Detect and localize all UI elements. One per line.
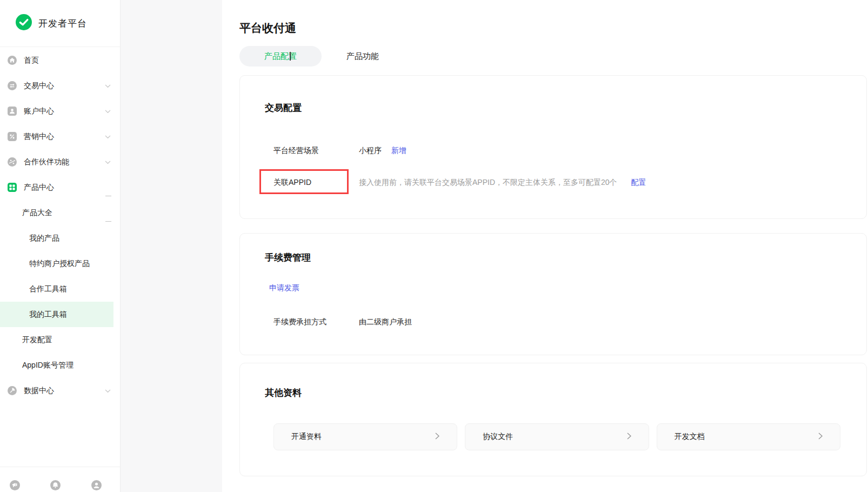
card-open-info[interactable]: 开通资料 (273, 423, 457, 450)
sidebar-item-product-catalog[interactable]: 产品大全 (0, 200, 120, 225)
data-icon (8, 386, 17, 395)
sidebar-item-label: 特约商户授权产品 (29, 259, 90, 269)
card-agreement-files[interactable]: 协议文件 (465, 423, 649, 450)
sidebar-item-data-center[interactable]: 数据中心 (0, 378, 120, 403)
page-title: 平台收付通 (239, 0, 868, 36)
row-platform-scene: 平台经营场景 小程序 新增 (273, 145, 866, 156)
platform-title: 开发者平台 (38, 17, 87, 30)
sidebar-item-label: 产品中心 (24, 183, 54, 192)
sidebar-item-partner-functions[interactable]: 合作伙伴功能 (0, 149, 120, 175)
sidebar-item-label: 合作伙伴功能 (24, 157, 69, 167)
sidebar-item-partner-toolbox[interactable]: 合作工具箱 (0, 276, 120, 302)
sidebar-item-dev-config[interactable]: 开发配置 (0, 327, 120, 353)
sidebar-item-label: 营销中心 (24, 132, 54, 142)
chevron-down-icon (105, 161, 111, 164)
home-icon (8, 56, 17, 65)
card-label: 开通资料 (291, 432, 322, 442)
sidebar-item-label: 交易中心 (24, 81, 54, 91)
sidebar-item-authorized-products[interactable]: 特约商户授权产品 (0, 251, 120, 276)
sidebar-logo-row: 开发者平台 (0, 0, 120, 47)
section-other-info: 其他资料 开通资料 协议文件 开发文档 (239, 363, 867, 476)
sidebar-item-label: 产品大全 (22, 208, 52, 218)
row-label: 平台经营场景 (273, 145, 359, 156)
row-value: 小程序 (359, 145, 382, 156)
minus-icon (105, 221, 111, 222)
tab-product-config[interactable]: 产品配置 (239, 46, 322, 67)
sidebar-nav: 首页 交易中心 账户中心 营销中心 合 (0, 47, 120, 403)
sidebar-item-label: 我的工具箱 (29, 310, 67, 320)
product-grid-icon (8, 183, 17, 192)
transaction-icon (8, 81, 17, 90)
sidebar-item-label: 我的产品 (29, 234, 59, 243)
sidebar-footer (0, 467, 120, 492)
sidebar-item-transaction-center[interactable]: 交易中心 (0, 73, 120, 98)
account-icon (8, 107, 17, 116)
bell-icon (50, 480, 61, 490)
chevron-down-icon (105, 84, 111, 88)
row-linked-appid: 关联APPID 接入使用前，请关联平台交易场景APPID，不限定主体关系，至多可… (273, 177, 866, 188)
sidebar: 开发者平台 首页 交易中心 账户中心 营销中心 (0, 0, 121, 492)
section-title: 交易配置 (265, 103, 866, 114)
profile-button[interactable] (91, 480, 102, 490)
wechat-logo-icon (16, 14, 32, 32)
partner-icon (8, 157, 17, 167)
chevron-right-icon (435, 433, 439, 441)
section-title: 其他资料 (265, 388, 866, 398)
card-dev-docs[interactable]: 开发文档 (657, 423, 840, 450)
row-value: 由二级商户承担 (359, 316, 412, 327)
chevron-down-icon (105, 389, 111, 393)
tab-product-features[interactable]: 产品功能 (346, 51, 379, 62)
chevron-right-icon (627, 433, 631, 441)
sidebar-item-home[interactable]: 首页 (0, 48, 120, 73)
sidebar-item-my-toolbox[interactable]: 我的工具箱 (0, 302, 113, 327)
marketing-icon (8, 132, 17, 141)
apply-invoice-link[interactable]: 申请发票 (269, 282, 299, 293)
text-caret (290, 52, 291, 61)
row-label: 关联APPID (273, 177, 359, 188)
tab-bar: 产品配置 产品功能 (239, 46, 868, 67)
sidebar-item-label: AppID账号管理 (22, 361, 74, 370)
user-icon (91, 480, 102, 490)
card-label: 开发文档 (675, 432, 705, 442)
section-trade-config: 交易配置 平台经营场景 小程序 新增 关联APPID 接入使用前，请关联平台交易… (239, 75, 867, 219)
chevron-down-icon (105, 110, 111, 114)
sidebar-item-label: 账户中心 (24, 107, 54, 116)
sidebar-item-marketing-center[interactable]: 营销中心 (0, 124, 120, 149)
sidebar-item-label: 首页 (24, 56, 39, 65)
row-fee-bearer: 手续费承担方式 由二级商户承担 (273, 316, 866, 327)
sidebar-item-label: 数据中心 (24, 386, 54, 396)
configure-link[interactable]: 配置 (631, 177, 646, 188)
row-label: 手续费承担方式 (273, 316, 359, 327)
secondary-panel (121, 0, 222, 492)
add-link[interactable]: 新增 (391, 145, 406, 156)
sidebar-item-appid-management[interactable]: AppID账号管理 (0, 353, 120, 378)
row-description: 接入使用前，请关联平台交易场景APPID，不限定主体关系，至多可配置20个 (359, 177, 617, 188)
section-fee-management: 手续费管理 申请发票 手续费承担方式 由二级商户承担 (239, 233, 867, 355)
sidebar-item-product-center[interactable]: 产品中心 (0, 175, 120, 200)
chevron-right-icon (818, 433, 823, 441)
notification-button[interactable] (50, 480, 61, 490)
section-title: 手续费管理 (265, 252, 866, 263)
minus-icon (105, 196, 111, 196)
sidebar-item-label: 开发配置 (22, 335, 52, 345)
card-label: 协议文件 (483, 432, 513, 442)
sidebar-item-my-products[interactable]: 我的产品 (0, 225, 120, 251)
sidebar-item-label: 合作工具箱 (29, 284, 67, 294)
megaphone-icon (10, 480, 20, 490)
main-content: 平台收付通 产品配置 产品功能 交易配置 平台经营场景 小程序 新增 关联APP… (222, 0, 868, 492)
sidebar-item-account-center[interactable]: 账户中心 (0, 98, 120, 124)
announcement-button[interactable] (10, 480, 20, 490)
chevron-down-icon (105, 135, 111, 139)
info-card-row: 开通资料 协议文件 开发文档 (273, 423, 840, 450)
tab-label: 产品配置 (264, 51, 297, 62)
